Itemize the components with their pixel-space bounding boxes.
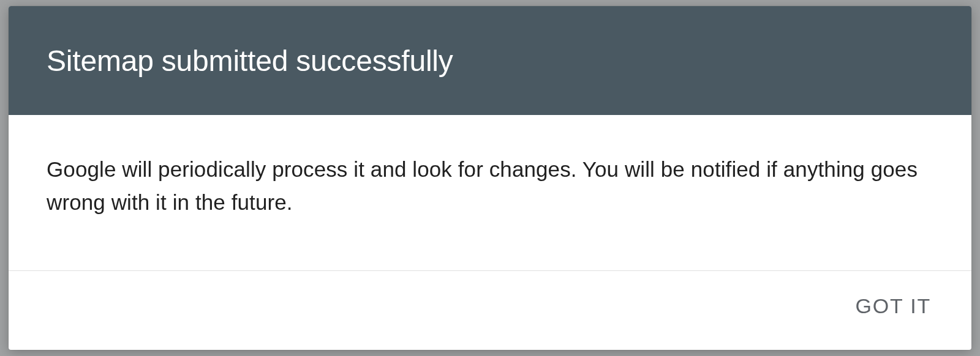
dialog-body: Google will periodically process it and … [9, 115, 971, 271]
got-it-button[interactable]: GOT IT [853, 289, 933, 323]
dialog-footer: GOT IT [9, 271, 971, 350]
dialog-title: Sitemap submitted successfully [47, 44, 453, 78]
confirmation-dialog: Sitemap submitted successfully Google wi… [9, 6, 971, 350]
dialog-message: Google will periodically process it and … [47, 153, 933, 220]
dialog-header: Sitemap submitted successfully [9, 6, 971, 115]
